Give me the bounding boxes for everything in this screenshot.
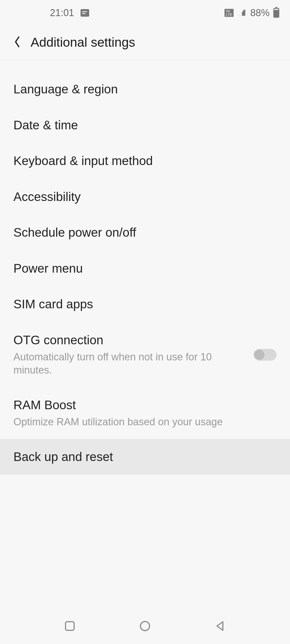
status-right: VoLTE x 88% bbox=[224, 7, 279, 19]
item-title: Language & region bbox=[13, 82, 277, 97]
app-header: Additional settings bbox=[0, 25, 290, 61]
item-title: Date & time bbox=[13, 118, 277, 133]
message-notification-icon bbox=[81, 9, 89, 17]
item-ram-boost[interactable]: RAM Boost Optimize RAM utilization based… bbox=[0, 387, 290, 439]
back-button[interactable] bbox=[214, 620, 226, 633]
settings-list: Language & region Date & time Keyboard &… bbox=[0, 61, 290, 609]
status-time: 21:01 bbox=[50, 7, 74, 19]
item-title: OTG connection bbox=[13, 332, 245, 348]
item-title: Keyboard & input method bbox=[13, 153, 277, 169]
item-schedule-power[interactable]: Schedule power on/off bbox=[0, 215, 290, 251]
navigation-bar bbox=[0, 609, 290, 644]
item-otg-connection[interactable]: OTG connection Automatically turn off wh… bbox=[0, 322, 290, 387]
item-title: Accessibility bbox=[13, 189, 277, 205]
item-accessibility[interactable]: Accessibility bbox=[0, 179, 290, 215]
item-subtitle: Automatically turn off when not in use f… bbox=[13, 350, 245, 377]
svg-text:x: x bbox=[242, 9, 244, 12]
svg-rect-1 bbox=[66, 622, 74, 630]
item-title: SIM card apps bbox=[13, 297, 277, 312]
status-bar: 21:01 VoLTE x 88% bbox=[0, 0, 290, 25]
item-title: Power menu bbox=[13, 261, 277, 276]
item-title: Back up and reset bbox=[13, 449, 277, 465]
recent-apps-button[interactable] bbox=[64, 620, 76, 633]
status-left: 21:01 bbox=[50, 7, 89, 19]
item-subtitle: Optimize RAM utilization based on your u… bbox=[13, 415, 277, 429]
item-sim-card-apps[interactable]: SIM card apps bbox=[0, 286, 290, 322]
signal-icon: x bbox=[237, 8, 247, 17]
item-power-menu[interactable]: Power menu bbox=[0, 251, 290, 287]
item-title: RAM Boost bbox=[13, 397, 277, 413]
otg-toggle[interactable] bbox=[253, 349, 277, 361]
item-language-region[interactable]: Language & region bbox=[0, 71, 290, 107]
item-title: Schedule power on/off bbox=[13, 225, 277, 240]
page-title: Additional settings bbox=[31, 35, 135, 50]
item-date-time[interactable]: Date & time bbox=[0, 107, 290, 143]
item-backup-reset[interactable]: Back up and reset bbox=[0, 439, 290, 475]
item-keyboard-input[interactable]: Keyboard & input method bbox=[0, 143, 290, 179]
battery-icon bbox=[273, 8, 279, 18]
svg-point-2 bbox=[140, 621, 150, 631]
battery-percent: 88% bbox=[250, 7, 270, 19]
volte-icon: VoLTE bbox=[224, 9, 234, 17]
home-button[interactable] bbox=[139, 620, 151, 633]
back-icon[interactable] bbox=[13, 36, 21, 49]
